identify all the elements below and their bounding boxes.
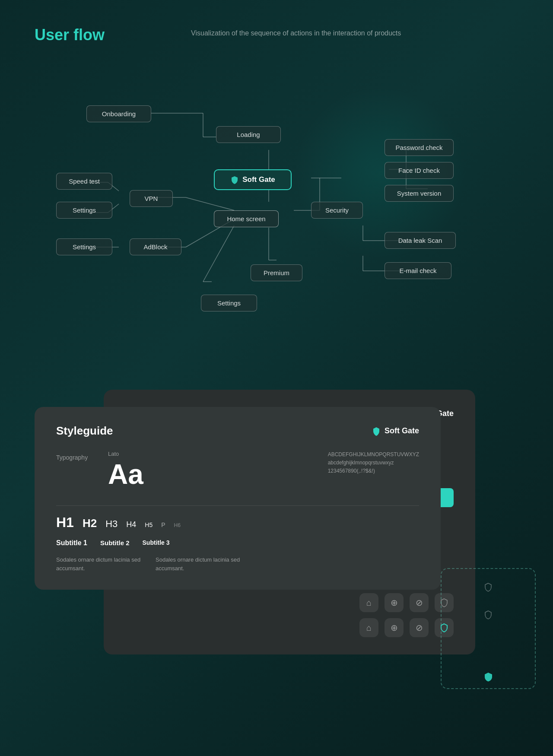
styleguide-section: Styleguide Soft Gate Colors ⌂	[0, 372, 553, 689]
font-chars: ABCDEFGHIJKLMNOPQRSTUVWXYZ abcdefghijklm…	[328, 451, 419, 492]
node-premium: Premium	[251, 264, 302, 281]
icon-home-1: ⌂	[359, 593, 378, 612]
node-adblock: AdBlock	[130, 238, 181, 255]
node-face-id-check: Face ID check	[385, 162, 454, 179]
node-security: Security	[311, 202, 363, 219]
subtitle-3: Subtitle 3	[143, 539, 170, 547]
icon-slash-1: ⊘	[410, 593, 429, 612]
subtitle-row: Subtitle 1 Subtitle 2 Subtitle 3	[56, 539, 419, 547]
styleguide-front-card: Styleguide Soft Gate Typography Lato Aa …	[35, 407, 441, 590]
node-speed-test: Speed test	[56, 173, 112, 190]
front-card-title: Styleguide	[56, 424, 113, 438]
subtitle-2: Subtitle 2	[100, 539, 130, 547]
body-text-1: Sodales ornare dictum lacinia sed accums…	[56, 556, 143, 572]
h3-label: H3	[105, 518, 118, 530]
node-vpn: VPN	[130, 190, 173, 207]
h4-label: H4	[126, 520, 136, 529]
typography-label: Typography	[56, 454, 91, 492]
dashed-icon-shield-active	[479, 667, 498, 686]
dashed-icon-row-2	[450, 605, 526, 624]
h2-label: H2	[83, 517, 97, 530]
node-home-screen: Home screen	[214, 210, 279, 227]
h6-label: H6	[174, 522, 181, 528]
front-logo-icon	[372, 426, 381, 436]
section-header: User flow Visualization of the sequence …	[35, 26, 518, 44]
body-text-row: Sodales ornare dictum lacinia sed accums…	[56, 556, 419, 572]
h1-label: H1	[56, 515, 74, 530]
flow-diagram: Onboarding Loading Soft Gate Home screen…	[35, 70, 518, 338]
front-card-header: Styleguide Soft Gate	[56, 424, 419, 438]
icon-slash-2: ⊘	[410, 618, 429, 637]
dashed-icon-row-3	[450, 667, 526, 686]
svg-line-11	[186, 197, 234, 210]
font-display: Aa	[108, 461, 311, 488]
dashed-icon-shield-1	[479, 578, 498, 597]
icon-globe-2: ⊕	[385, 618, 404, 637]
node-email-check: E-mail check	[385, 262, 451, 279]
node-soft-gate: Soft Gate	[214, 169, 292, 190]
icon-home-2: ⌂	[359, 618, 378, 637]
node-password-check: Password check	[385, 139, 454, 156]
subtitle-1: Subtitle 1	[56, 539, 87, 547]
dashed-card-inner	[442, 569, 535, 695]
section-title: User flow	[35, 26, 105, 44]
node-system-version: System version	[385, 185, 454, 202]
dashed-icon-row-1	[450, 578, 526, 597]
typography-section: Typography Lato Aa ABCDEFGHIJKLMNOPQRSTU…	[56, 451, 419, 492]
node-data-leak-scan: Data leak Scan	[385, 232, 456, 249]
node-settings-main: Settings	[201, 295, 257, 311]
p-label: P	[161, 521, 165, 528]
body-text-2: Sodales ornare dictum lacinia sed accums…	[156, 556, 242, 572]
svg-line-24	[203, 226, 234, 282]
font-name: Lato	[108, 451, 311, 457]
node-settings-adblock: Settings	[56, 238, 112, 255]
h5-label: H5	[145, 521, 153, 528]
node-settings-vpn: Settings	[56, 202, 112, 219]
icon-globe-1: ⊕	[385, 593, 404, 612]
dashed-card	[441, 568, 536, 689]
node-loading: Loading	[216, 126, 281, 143]
soft-gate-icon	[230, 175, 239, 184]
front-logo-badge: Soft Gate	[372, 426, 419, 436]
heading-row: H1 H2 H3 H4 H5 P H6	[56, 505, 419, 530]
node-onboarding: Onboarding	[86, 105, 151, 122]
dashed-icon-shield-2	[479, 605, 498, 624]
section-subtitle: Visualization of the sequence of actions…	[191, 29, 401, 37]
user-flow-section: User flow Visualization of the sequence …	[0, 0, 553, 372]
typography-content: Lato Aa	[108, 451, 311, 492]
